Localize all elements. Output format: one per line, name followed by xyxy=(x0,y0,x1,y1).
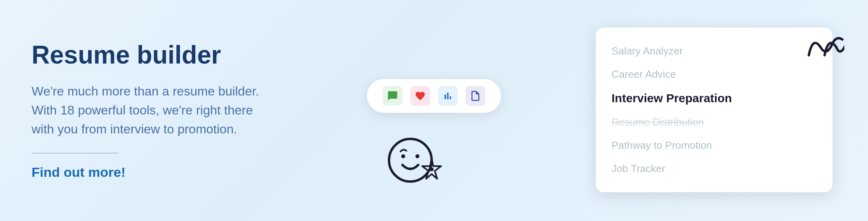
dropdown-item-salary-analyzer[interactable]: Salary Analyzer xyxy=(612,39,817,63)
page-title: Resume builder xyxy=(32,41,308,69)
dropdown-item-job-tracker[interactable]: Job Tracker xyxy=(612,157,817,180)
dropdown-card: Salary Analyzer Career Advice Interview … xyxy=(596,28,832,192)
find-out-more-link[interactable]: Find out more! xyxy=(32,165,308,180)
ui-container: Salary Analyzer Career Advice Interview … xyxy=(343,20,848,201)
dropdown-item-resume-distribution[interactable]: Resume Distribution xyxy=(612,110,817,134)
dropdown-item-career-advice[interactable]: Career Advice xyxy=(612,63,817,86)
smiley-container xyxy=(387,137,434,185)
dropdown-item-interview-preparation[interactable]: Interview Preparation xyxy=(612,86,817,110)
toolbar-pill xyxy=(367,79,501,113)
document-tool-icon[interactable] xyxy=(466,86,485,106)
chart-tool-icon[interactable] xyxy=(438,86,458,106)
svg-point-3 xyxy=(430,167,434,171)
divider xyxy=(32,153,118,154)
star-icon xyxy=(417,155,446,189)
chat-tool-icon[interactable] xyxy=(383,86,402,106)
page-description: We're much more than a resume builder. W… xyxy=(32,82,268,139)
squiggle-decoration xyxy=(805,32,844,68)
heart-tool-icon[interactable] xyxy=(410,86,430,106)
svg-point-1 xyxy=(401,154,405,158)
dropdown-item-pathway-to-promotion[interactable]: Pathway to Promotion xyxy=(612,134,817,157)
right-section: Salary Analyzer Career Advice Interview … xyxy=(324,0,868,221)
left-section: Resume builder We're much more than a re… xyxy=(32,0,308,221)
